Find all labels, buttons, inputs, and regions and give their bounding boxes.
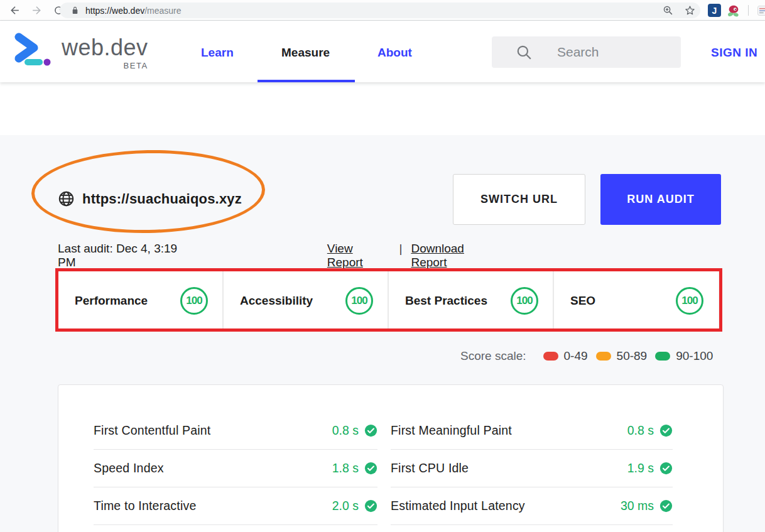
sign-in-button[interactable]: SIGN IN [711, 46, 757, 60]
score-scale-legend: Score scale: 0-49 50-89 90-100 [460, 349, 713, 363]
download-report-link[interactable]: Download Report [411, 242, 497, 269]
nav-learn[interactable]: Learn [201, 46, 234, 60]
extensions-area: J [708, 0, 765, 21]
logo-beta-tag: BETA [62, 61, 148, 70]
pass-check-icon [364, 462, 377, 475]
webdev-logo[interactable]: web.dev BETA [13, 30, 148, 70]
browser-toolbar: https://web.dev/measure J [0, 0, 765, 21]
screenshot-root: https://web.dev/measure J [0, 0, 765, 532]
globe-icon [58, 190, 75, 207]
search-icon [516, 44, 532, 60]
score-gauge: 100 [180, 287, 208, 315]
metrics-card: First Contentful Paint 0.8 s First Meani… [58, 384, 724, 532]
metric-label: Speed Index [94, 461, 332, 475]
audited-url: https://suachuaiqos.xyz [82, 191, 242, 207]
score-tile-seo: SEO 100 [554, 271, 718, 330]
metric-row-time-to-interactive: Time to Interactive 2.0 s [94, 487, 377, 525]
bookmark-star-icon[interactable] [685, 5, 695, 16]
metric-label: First Meaningful Paint [391, 423, 627, 438]
metric-value: 2.0 s [332, 499, 359, 513]
zoom-page-icon[interactable] [663, 5, 673, 16]
extension-cutoff-icon[interactable] [756, 4, 765, 17]
nav-about[interactable]: About [377, 46, 412, 60]
metric-row-speed-index: Speed Index 1.8 s [94, 450, 377, 487]
scale-range: 0-49 [564, 349, 588, 363]
score-scale-label: Score scale: [460, 349, 526, 363]
score-category-label: Best Practices [405, 294, 487, 308]
metric-label: Time to Interactive [94, 499, 332, 513]
scale-pill-orange [596, 352, 611, 361]
metric-value: 30 ms [621, 499, 654, 513]
metric-value: 0.8 s [332, 423, 359, 438]
address-url: https://web.dev/measure [85, 6, 182, 16]
audited-url-row: https://suachuaiqos.xyz [58, 190, 242, 207]
extension-j-icon[interactable]: J [708, 4, 721, 17]
pass-check-icon [659, 462, 673, 475]
score-tile-accessibility: Accessibility 100 [224, 271, 389, 330]
pass-check-icon [364, 499, 377, 513]
webdev-logo-icon [13, 30, 53, 68]
metric-label: First Contentful Paint [94, 423, 332, 438]
score-category-label: Accessibility [240, 294, 313, 308]
scale-range: 50-89 [617, 349, 648, 363]
metric-value: 1.8 s [332, 461, 359, 475]
extension-rose-icon[interactable] [727, 4, 741, 18]
search-box[interactable] [492, 36, 681, 68]
pass-check-icon [659, 499, 673, 513]
metric-row-estimated-input-latency: Estimated Input Latency 30 ms [391, 487, 673, 525]
scale-pill-green [655, 352, 670, 361]
metric-row-first-meaningful-paint: First Meaningful Paint 0.8 s [391, 412, 673, 450]
metric-label: First CPU Idle [391, 461, 627, 475]
score-category-label: Performance [75, 294, 148, 308]
metric-value: 0.8 s [627, 423, 654, 438]
search-input[interactable] [557, 45, 676, 60]
score-gauge: 100 [676, 287, 703, 315]
run-audit-button[interactable]: RUN AUDIT [600, 174, 721, 225]
lock-icon [71, 6, 79, 14]
metric-label: Estimated Input Latency [391, 499, 621, 513]
back-icon[interactable] [7, 3, 22, 18]
last-audit-text: Last audit: Dec 4, 3:19 PM [58, 242, 190, 269]
last-audit-row: Last audit: Dec 4, 3:19 PM View Report |… [58, 242, 497, 269]
links-separator: | [399, 242, 402, 256]
active-tab-indicator [258, 80, 355, 82]
nav-measure[interactable]: Measure [281, 46, 330, 60]
metric-row-first-contentful-paint: First Contentful Paint 0.8 s [94, 412, 377, 450]
metric-value: 1.9 s [627, 461, 654, 475]
score-tile-best-practices: Best Practices 100 [389, 271, 554, 330]
view-report-link[interactable]: View Report [327, 242, 388, 269]
pass-check-icon [364, 424, 377, 437]
address-bar[interactable]: https://web.dev/measure [60, 3, 700, 18]
logo-wordmark: web.dev [62, 35, 148, 61]
score-category-label: SEO [570, 294, 595, 308]
switch-url-button[interactable]: SWITCH URL [453, 174, 585, 225]
score-gauge: 100 [345, 287, 373, 315]
toolbar-divider [748, 5, 749, 16]
scale-pill-red [543, 352, 558, 361]
score-gauge: 100 [511, 287, 538, 315]
pass-check-icon [659, 424, 673, 437]
scale-range: 90-100 [676, 349, 713, 363]
score-tile-performance: Performance 100 [58, 271, 224, 330]
forward-icon[interactable] [29, 3, 44, 18]
metric-row-first-cpu-idle: First CPU Idle 1.9 s [391, 450, 673, 487]
site-header: web.dev BETA Learn Measure About SIGN IN [0, 21, 765, 82]
score-summary-row: Performance 100 Accessibility 100 Best P… [58, 271, 718, 330]
